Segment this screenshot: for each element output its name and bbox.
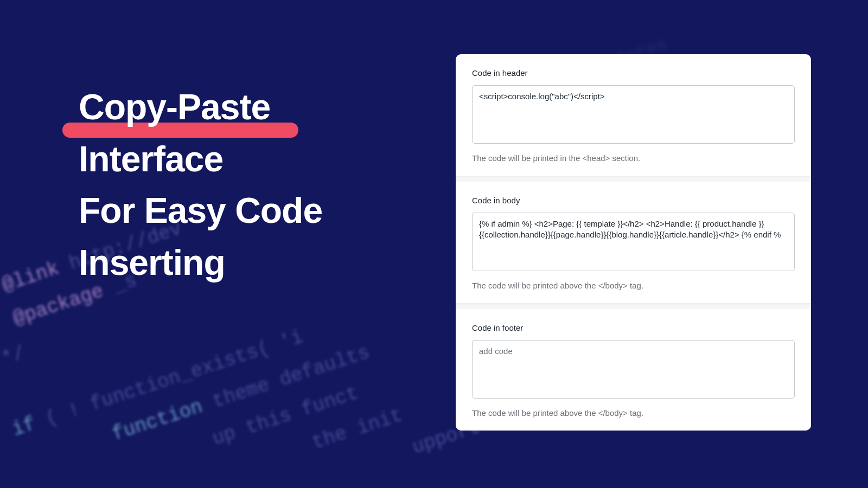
code-body-label: Code in body xyxy=(472,196,795,205)
code-header-label: Code in header xyxy=(472,68,795,78)
code-header-input[interactable] xyxy=(472,85,795,144)
code-body-card: Code in body The code will be printed ab… xyxy=(456,182,811,304)
code-body-input[interactable] xyxy=(472,213,795,271)
headline-line-4: Inserting xyxy=(79,242,225,282)
code-footer-caption: The code will be printed above the </bod… xyxy=(472,408,795,418)
headline-line-3: For Easy Code xyxy=(79,190,322,230)
code-editor-panel: Code in header The code will be printed … xyxy=(456,54,811,431)
headline: Copy-Paste Interface For Easy Code Inser… xyxy=(79,81,322,289)
code-body-caption: The code will be printed above the </bod… xyxy=(472,281,795,290)
code-header-caption: The code will be printed in the <head> s… xyxy=(472,153,795,163)
code-header-card: Code in header The code will be printed … xyxy=(456,54,811,176)
code-footer-card: Code in footer The code will be printed … xyxy=(456,309,811,431)
code-footer-label: Code in footer xyxy=(472,323,795,332)
headline-line-2: Interface xyxy=(79,139,223,179)
code-footer-input[interactable] xyxy=(472,340,795,399)
headline-line-1: Copy-Paste xyxy=(79,87,270,127)
